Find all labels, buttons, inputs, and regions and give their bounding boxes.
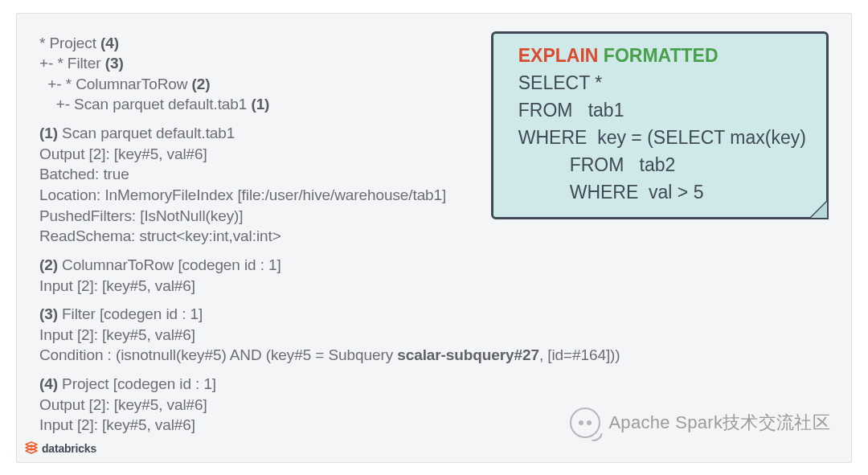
wechat-icon	[570, 407, 600, 438]
node-id: (2)	[39, 256, 58, 273]
brand-name: databricks	[42, 442, 96, 455]
sql-line: FROM tab2	[508, 151, 813, 178]
tree-prefix: +- * Filter	[39, 55, 105, 72]
cond-pre: Condition : (isnotnull(key#5) AND (key#5…	[39, 346, 397, 363]
node-title: ColumnarToRow [codegen id : 1]	[58, 256, 281, 273]
sql-card: EXPLAIN FORMATTED SELECT * FROM tab1 WHE…	[491, 31, 829, 219]
watermark-text: Apache Spark技术交流社区	[608, 411, 830, 435]
node-2: (2) ColumnarToRow [codegen id : 1] Input…	[39, 255, 554, 296]
node-4: (4) Project [codegen id : 1] Output [2]:…	[39, 374, 554, 436]
page-fold-icon	[808, 199, 829, 219]
tree-line-2: +- * Filter (3)	[39, 53, 554, 74]
sql-line: FROM tab1	[508, 96, 813, 124]
node-title: Filter [codegen id : 1]	[58, 305, 203, 322]
node-id: (4)	[39, 375, 58, 392]
brand: databricks	[25, 441, 96, 456]
cond-post: , [id=#164]))	[539, 346, 620, 363]
node-1: (1) Scan parquet default.tab1 Output [2]…	[39, 123, 554, 247]
tree-id: (3)	[105, 55, 124, 72]
node-pushedfilters: PushedFilters: [IsNotNull(key)]	[39, 206, 554, 227]
kw-formatted: FORMATTED	[604, 45, 719, 66]
slide: * Project (4) +- * Filter (3) +- * Colum…	[16, 13, 852, 463]
tree-line-3: +- * ColumnarToRow (2)	[39, 74, 554, 95]
node-input: Input [2]: [key#5, val#6]	[39, 415, 554, 436]
sql-line-explain: EXPLAIN FORMATTED	[508, 42, 813, 69]
plan-text: * Project (4) +- * Filter (3) +- * Colum…	[39, 33, 554, 436]
node-output: Output [2]: [key#5, val#6]	[39, 144, 554, 165]
tree-prefix: +- * ColumnarToRow	[39, 76, 192, 92]
node-title: Project [codegen id : 1]	[58, 375, 216, 392]
tree-id: (2)	[192, 76, 211, 92]
node-input: Input [2]: [key#5, val#6]	[39, 276, 554, 297]
tree-id: (4)	[100, 35, 119, 51]
databricks-icon	[25, 441, 38, 456]
tree-id: (1)	[251, 96, 269, 113]
node-title: Scan parquet default.tab1	[58, 125, 235, 141]
tree-line-1: * Project (4)	[39, 33, 554, 54]
node-readschema: ReadSchema: struct<key:int,val:int>	[39, 226, 554, 247]
sql-line: SELECT *	[508, 69, 813, 96]
cond-subquery: scalar-subquery#27	[397, 346, 539, 363]
tree-line-4: +- Scan parquet default.tab1 (1)	[39, 94, 554, 115]
kw-explain: EXPLAIN	[518, 45, 599, 66]
sql-line: WHERE val > 5	[508, 178, 813, 206]
tree-prefix: * Project	[39, 35, 100, 51]
node-condition: Condition : (isnotnull(key#5) AND (key#5…	[39, 345, 554, 366]
node-output: Output [2]: [key#5, val#6]	[39, 395, 554, 416]
node-3: (3) Filter [codegen id : 1] Input [2]: […	[39, 304, 554, 366]
node-id: (1)	[39, 125, 58, 141]
watermark: Apache Spark技术交流社区	[570, 407, 830, 438]
tree-prefix: +- Scan parquet default.tab1	[39, 96, 251, 113]
node-input: Input [2]: [key#5, val#6]	[39, 325, 554, 346]
sql-line: WHERE key = (SELECT max(key)	[508, 124, 813, 151]
node-location: Location: InMemoryFileIndex [file:/user/…	[39, 185, 554, 206]
node-id: (3)	[39, 305, 58, 322]
node-batched: Batched: true	[39, 164, 554, 185]
